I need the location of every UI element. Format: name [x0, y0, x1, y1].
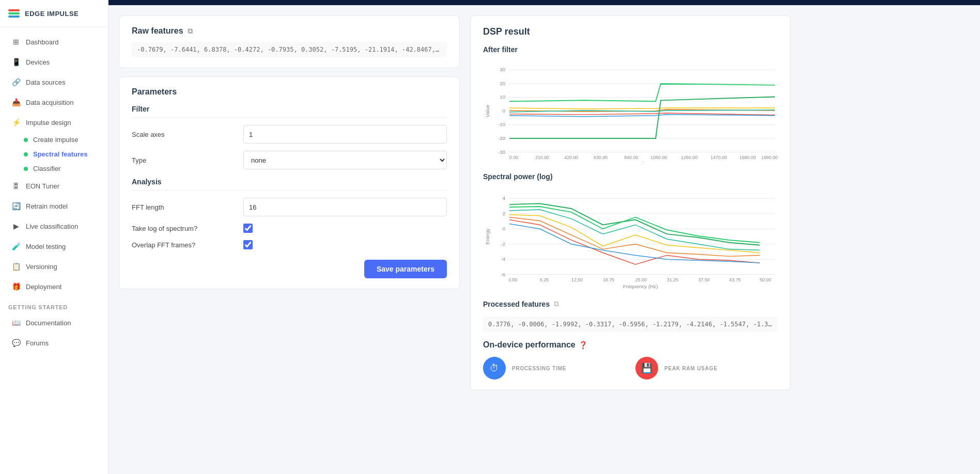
- sidebar-item-label: Live classification: [26, 223, 78, 230]
- peak-ram-label-text: PEAK RAM USAGE: [664, 366, 718, 371]
- svg-text:43.75: 43.75: [729, 278, 741, 283]
- sidebar-item-versioning[interactable]: 📋 Versioning: [3, 257, 105, 276]
- svg-text:Frequency (Hz): Frequency (Hz): [623, 283, 658, 289]
- sidebar-item-label: EON Tuner: [26, 182, 59, 190]
- dashboard-icon: ⊞: [11, 37, 21, 46]
- filter-section-label: Filter: [132, 105, 447, 118]
- top-bar: [108, 0, 980, 5]
- svg-text:30: 30: [500, 67, 505, 72]
- save-parameters-button[interactable]: Save parameters: [364, 260, 447, 278]
- model-testing-icon: 🧪: [11, 242, 21, 251]
- logo-bar-red: [8, 9, 20, 11]
- sidebar-item-label: Create impulse: [33, 136, 78, 144]
- app-name: EDGE IMPULSE: [25, 10, 79, 18]
- processing-time-item: ⏱ PROCESSING TIME: [483, 357, 625, 380]
- scale-axes-label: Scale axes: [132, 131, 235, 138]
- scale-axes-input[interactable]: [243, 125, 447, 144]
- svg-text:37.50: 37.50: [698, 278, 710, 283]
- data-sources-icon: 🔗: [11, 77, 21, 87]
- svg-text:Sample #: Sample #: [630, 161, 651, 162]
- svg-text:0: 0: [503, 108, 506, 114]
- svg-text:25.00: 25.00: [635, 278, 647, 283]
- svg-text:-30: -30: [498, 149, 506, 155]
- analysis-section-label: Analysis: [132, 178, 447, 191]
- sidebar-item-label: Dashboard: [26, 38, 59, 46]
- right-panel: DSP result After filter 30: [470, 15, 790, 464]
- help-icon[interactable]: ❓: [579, 341, 587, 349]
- processed-features-value: 0.3776, -0.0006, -1.9992, -0.3317, -0.59…: [483, 317, 777, 332]
- after-filter-chart: 30 20 10 0 -10 -20 -30 Value 0.00 210.00…: [483, 59, 777, 162]
- logo-area: EDGE IMPULSE: [0, 0, 108, 27]
- sidebar-item-deployment[interactable]: 🎁 Deployment: [3, 277, 105, 296]
- sidebar-item-label: Data acquisition: [26, 99, 74, 106]
- raw-features-card: Raw features ⧉ -0.7679, -7.6441, 6.8378,…: [119, 15, 460, 68]
- analysis-section: Analysis FFT length Take log of spectrum…: [132, 178, 447, 249]
- svg-text:-2: -2: [501, 241, 506, 247]
- sidebar-item-data-sources[interactable]: 🔗 Data sources: [3, 72, 105, 92]
- take-log-checkbox[interactable]: [243, 224, 253, 233]
- svg-text:0.00: 0.00: [508, 278, 517, 283]
- svg-text:420.00: 420.00: [564, 155, 578, 160]
- svg-text:-6: -6: [501, 272, 506, 277]
- spectral-power-chart: 4 2 0 -2 -4 -6 Energy 0.00 6.25 12.50 18…: [483, 186, 777, 289]
- overlap-fft-checkbox[interactable]: [243, 240, 253, 249]
- sidebar-item-dashboard[interactable]: ⊞ Dashboard: [3, 32, 105, 52]
- sidebar-item-impulse-design[interactable]: ⚡ Impulse design: [3, 113, 105, 132]
- peak-ram-label: PEAK RAM USAGE: [664, 366, 718, 371]
- take-log-checkbox-wrapper: [243, 224, 253, 233]
- logo-bar-blue: [8, 15, 20, 18]
- sidebar-item-label: Data sources: [26, 78, 66, 86]
- copy-processed-features-icon[interactable]: ⧉: [554, 299, 559, 308]
- sidebar-item-retrain-model[interactable]: 🔄 Retrain model: [3, 196, 105, 216]
- svg-text:1050.00: 1050.00: [650, 155, 667, 160]
- svg-text:Value: Value: [485, 104, 490, 117]
- svg-text:1470.00: 1470.00: [710, 155, 727, 160]
- sidebar-item-spectral-features[interactable]: Spectral features: [20, 147, 105, 161]
- svg-text:210.00: 210.00: [535, 155, 549, 160]
- spectral-power-svg: 4 2 0 -2 -4 -6 Energy 0.00 6.25 12.50 18…: [483, 186, 777, 289]
- svg-text:840.00: 840.00: [624, 155, 638, 160]
- scale-axes-row: Scale axes: [132, 125, 447, 144]
- svg-text:-4: -4: [501, 256, 506, 262]
- sidebar-item-classifier[interactable]: Classifier: [20, 162, 105, 176]
- spectral-power-title: Spectral power (log): [483, 172, 777, 181]
- peak-ram-icon: 💾: [635, 357, 658, 380]
- overlap-fft-label: Overlap FFT frames?: [132, 241, 235, 249]
- copy-raw-features-icon[interactable]: ⧉: [188, 27, 193, 36]
- impulse-design-icon: ⚡: [11, 118, 21, 127]
- overlap-fft-checkbox-wrapper: [243, 240, 253, 249]
- sidebar-item-model-testing[interactable]: 🧪 Model testing: [3, 236, 105, 256]
- devices-icon: 📱: [11, 57, 21, 67]
- sidebar-item-label: Retrain model: [26, 202, 68, 210]
- raw-features-value: -0.7679, -7.6441, 6.8378, -0.4272, -0.79…: [132, 42, 447, 57]
- parameters-title: Parameters: [132, 87, 447, 97]
- content-area: Raw features ⧉ -0.7679, -7.6441, 6.8378,…: [108, 5, 980, 474]
- type-select[interactable]: none low high bandpass: [243, 151, 447, 169]
- retrain-model-icon: 🔄: [11, 201, 21, 211]
- sidebar-item-label: Documentation: [26, 319, 71, 327]
- sidebar-item-devices[interactable]: 📱 Devices: [3, 52, 105, 72]
- svg-text:18.75: 18.75: [603, 278, 614, 283]
- sidebar-item-label: Impulse design: [26, 119, 71, 127]
- sidebar-item-label: Model testing: [26, 243, 66, 250]
- forums-icon: 💬: [11, 338, 21, 347]
- peak-ram-item: 💾 PEAK RAM USAGE: [635, 357, 777, 380]
- svg-text:-10: -10: [498, 121, 506, 127]
- sidebar-item-data-acquisition[interactable]: 📥 Data acquisition: [3, 92, 105, 112]
- sidebar-item-documentation[interactable]: 📖 Documentation: [3, 313, 105, 333]
- raw-features-title: Raw features: [132, 26, 183, 36]
- sidebar-item-create-impulse[interactable]: Create impulse: [20, 133, 105, 147]
- sidebar-item-forums[interactable]: 💬 Forums: [3, 333, 105, 353]
- processed-features-row: Processed features ⧉: [483, 299, 777, 308]
- type-label: Type: [132, 156, 235, 164]
- live-classification-icon: ▶: [11, 222, 21, 231]
- sidebar-item-live-classification[interactable]: ▶ Live classification: [3, 216, 105, 236]
- svg-text:6.25: 6.25: [540, 278, 549, 283]
- processing-time-label-text: PROCESSING TIME: [512, 366, 566, 371]
- processing-time-icon: ⏱: [483, 357, 506, 380]
- fft-length-input[interactable]: [243, 198, 447, 216]
- impulse-sub-nav: Create impulse Spectral features Classif…: [0, 133, 108, 176]
- data-acquisition-icon: 📥: [11, 98, 21, 107]
- svg-text:0.00: 0.00: [509, 155, 518, 160]
- sidebar-item-eon-tuner[interactable]: 🎛 EON Tuner: [3, 176, 105, 196]
